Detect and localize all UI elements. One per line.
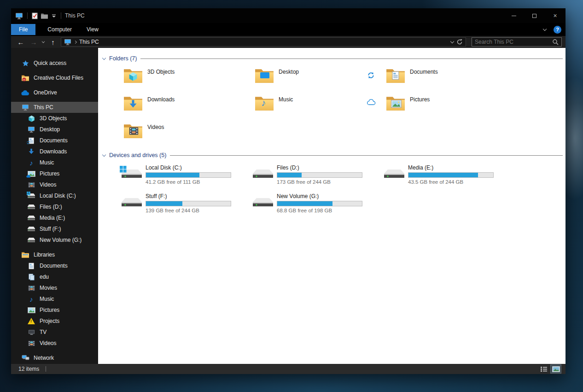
windows-logo-icon <box>120 166 127 173</box>
folder-tile-3d-objects[interactable]: 3D Objects <box>123 66 255 94</box>
drive-name: New Volume (G:) <box>277 193 362 199</box>
search-box[interactable] <box>472 37 562 47</box>
drive-name: Files (D:) <box>277 164 362 171</box>
music-note-icon: ♪ <box>261 98 266 108</box>
sidebar-item-stuff-f[interactable]: Stuff (F:) <box>11 223 98 234</box>
address-bar[interactable]: This PC <box>61 37 466 47</box>
folder-icon <box>123 95 143 112</box>
title-bar[interactable]: This PC × <box>11 8 566 23</box>
free-space-text: 173 GB free of 244 GB <box>277 179 362 185</box>
sidebar-item-lib-movies[interactable]: Movies <box>11 282 98 293</box>
tab-view[interactable]: View <box>79 24 106 35</box>
tab-computer[interactable]: Computer <box>40 24 79 35</box>
folder-icon <box>386 95 405 112</box>
help-icon: ? <box>556 27 559 32</box>
collapse-group-chevron-icon[interactable] <box>102 153 106 157</box>
search-input[interactable] <box>475 39 552 45</box>
drive-tile-local-disk-c[interactable]: Local Disk (C:) 41.2 GB free of 111 GB <box>121 164 252 193</box>
recent-locations-chevron-icon[interactable] <box>42 40 45 43</box>
folder-tile-downloads[interactable]: Downloads <box>123 94 255 122</box>
folder-icon <box>255 68 274 84</box>
film-strip-icon <box>129 127 139 135</box>
sidebar-item-pictures[interactable]: Pictures <box>11 168 98 179</box>
free-space-text: 139 GB free of 244 GB <box>146 208 231 213</box>
capacity-bar <box>277 172 362 178</box>
back-button[interactable]: ← <box>16 38 26 46</box>
sidebar-item-lib-pictures[interactable]: Pictures <box>11 304 98 316</box>
forward-button[interactable]: → <box>29 38 39 46</box>
sidebar-item-libraries[interactable]: Libraries <box>11 249 98 260</box>
sidebar-item-videos[interactable]: Videos <box>11 179 98 190</box>
drives-group-header[interactable]: Devices and drives (5) <box>102 151 563 159</box>
sidebar-item-3d-objects[interactable]: 3D Objects <box>11 113 98 124</box>
sidebar-item-files-d[interactable]: Files (D:) <box>11 201 98 212</box>
sidebar-item-lib-projects[interactable]: Projects <box>11 316 98 327</box>
sidebar-item-lib-videos[interactable]: Videos <box>11 338 98 349</box>
sidebar-item-creative-cloud-files[interactable]: ∞ Creative Cloud Files <box>11 72 98 83</box>
sidebar-item-new-volume-g[interactable]: New Volume (G:) <box>11 234 98 246</box>
sidebar-item-documents[interactable]: Documents <box>11 135 98 146</box>
details-view-button[interactable] <box>539 365 549 373</box>
folder-tile-music[interactable]: ♪ Music <box>255 94 386 122</box>
customize-quick-access-toolbar-icon[interactable] <box>51 14 57 18</box>
folder-icon <box>386 68 405 84</box>
sidebar-item-lib-tv[interactable]: TV <box>11 327 98 338</box>
new-folder-icon[interactable] <box>41 13 48 19</box>
sidebar-item-network[interactable]: Network <box>11 352 98 363</box>
system-drive-icon <box>27 192 35 200</box>
this-pc-icon <box>21 103 29 111</box>
address-dropdown-chevron-icon[interactable] <box>450 40 454 43</box>
free-space-text: 43.5 GB free of 244 GB <box>408 179 494 185</box>
sidebar-item-music[interactable]: ♪ Music <box>11 157 98 168</box>
maximize-button[interactable] <box>524 8 545 23</box>
help-button[interactable]: ? <box>554 26 561 34</box>
drive-tile-media-e[interactable]: Media (E:) 43.5 GB free of 244 GB <box>383 164 514 193</box>
expand-ribbon-chevron-icon[interactable] <box>543 27 547 30</box>
item-count: 12 items <box>18 366 39 372</box>
downloads-icon <box>27 147 35 156</box>
sidebar-item-onedrive[interactable]: OneDrive <box>11 87 98 98</box>
drive-name: Local Disk (C:) <box>146 164 231 171</box>
music-note-icon: ♪ <box>27 158 35 167</box>
pictures-icon <box>27 170 35 178</box>
close-button[interactable]: × <box>545 8 566 23</box>
folder-tile-videos[interactable]: Videos <box>123 122 255 149</box>
tab-file[interactable]: File <box>11 24 35 35</box>
cloud-status-icon <box>367 99 375 107</box>
3d-cube-icon <box>27 114 35 123</box>
breadcrumb-chevron-icon[interactable] <box>74 40 77 43</box>
group-rule <box>170 155 563 156</box>
search-icon[interactable] <box>552 39 559 45</box>
folder-icon <box>123 123 143 140</box>
documents-icon <box>27 136 35 145</box>
sidebar-item-lib-music[interactable]: ♪ Music <box>11 293 98 304</box>
videos-film-icon <box>27 339 35 347</box>
properties-icon[interactable] <box>32 12 38 19</box>
sidebar-item-local-disk-c[interactable]: Local Disk (C:) <box>11 190 98 201</box>
folder-tile-pictures[interactable]: Pictures <box>386 94 517 122</box>
refresh-icon[interactable] <box>456 39 463 45</box>
documents-library-icon <box>27 262 35 270</box>
up-button[interactable]: ↑ <box>48 38 58 46</box>
folder-tile-desktop[interactable]: Desktop <box>255 66 386 94</box>
folders-group-header[interactable]: Folders (7) <box>102 54 563 63</box>
collapse-group-chevron-icon[interactable] <box>102 56 106 60</box>
quick-access-star-icon <box>21 59 29 67</box>
sidebar-item-media-e[interactable]: Media (E:) <box>11 212 98 223</box>
sidebar-item-desktop[interactable]: Desktop <box>11 124 98 135</box>
sidebar-item-lib-edu[interactable]: edu <box>11 271 98 282</box>
minimize-button[interactable] <box>503 8 524 23</box>
sidebar-item-downloads[interactable]: Downloads <box>11 146 98 157</box>
drive-tile-new-volume-g[interactable]: New Volume (G:) 68.8 GB free of 198 GB <box>252 193 383 221</box>
network-icon <box>21 354 29 362</box>
3d-cube-icon <box>128 72 138 81</box>
drive-tile-stuff-f[interactable]: Stuff (F:) 139 GB free of 244 GB <box>121 193 252 221</box>
sidebar-item-quick-access[interactable]: Quick access <box>11 58 98 69</box>
thumbnail-view-button[interactable] <box>551 365 561 373</box>
drive-tile-files-d[interactable]: Files (D:) 173 GB free of 244 GB <box>252 164 383 193</box>
folder-tile-documents[interactable]: Documents <box>386 66 517 94</box>
folder-icon: ♪ <box>255 95 274 112</box>
sidebar-item-lib-documents[interactable]: Documents <box>11 260 98 271</box>
sidebar-item-this-pc[interactable]: This PC <box>11 102 98 113</box>
breadcrumb[interactable]: This PC <box>79 39 99 45</box>
